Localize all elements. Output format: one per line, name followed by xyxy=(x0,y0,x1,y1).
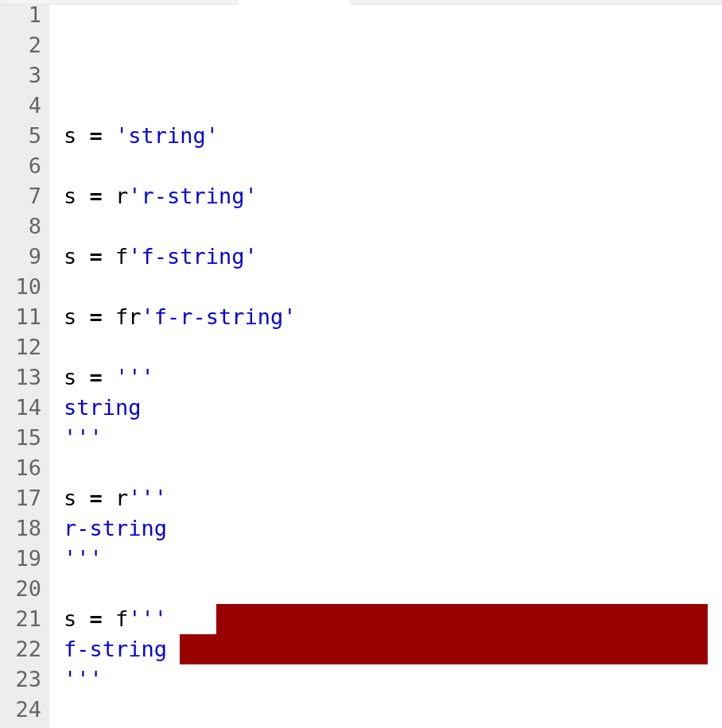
line-number: 22 xyxy=(5,634,41,664)
token-var xyxy=(103,365,115,389)
code-line[interactable]: ''' xyxy=(64,544,722,574)
token-str: ''' xyxy=(128,606,167,631)
token-prefix: r xyxy=(103,486,129,510)
code-line[interactable]: string xyxy=(64,393,722,423)
line-number: 18 xyxy=(5,513,41,544)
line-number: 13 xyxy=(5,362,41,393)
line-number-gutter: 123456789101112131415161718192021222324 xyxy=(0,0,49,728)
code-line[interactable] xyxy=(64,211,722,242)
token-var xyxy=(103,123,115,148)
line-number: 24 xyxy=(5,695,41,725)
token-prefix: fr xyxy=(103,304,142,329)
token-str: 'f-r-string' xyxy=(142,304,297,329)
token-var: s xyxy=(64,606,90,631)
code-line[interactable]: s = fr''' xyxy=(64,725,722,728)
token-str: ''' xyxy=(64,667,103,691)
token-var: s xyxy=(64,184,90,208)
token-var: s xyxy=(64,244,90,269)
token-str: ''' xyxy=(128,486,167,510)
line-number: 11 xyxy=(5,302,41,332)
token-op: = xyxy=(90,244,103,269)
code-line[interactable]: s = 'string' xyxy=(64,121,722,151)
line-number: 23 xyxy=(5,664,41,695)
token-str: string xyxy=(64,395,142,420)
line-number: 4 xyxy=(5,91,41,121)
code-line[interactable] xyxy=(64,453,722,483)
token-var: s xyxy=(64,304,90,329)
line-number: 12 xyxy=(5,332,41,362)
token-str: ''' xyxy=(115,365,154,389)
code-line[interactable] xyxy=(64,272,722,302)
code-line[interactable] xyxy=(64,332,722,362)
code-line[interactable]: s = fr'f-r-string' xyxy=(64,302,722,332)
token-prefix: f xyxy=(103,606,129,631)
line-number: 8 xyxy=(5,211,41,242)
code-line[interactable]: s = f'f-string' xyxy=(64,242,722,272)
line-number: 15 xyxy=(5,423,41,453)
token-prefix: r xyxy=(103,184,129,208)
line-number: 21 xyxy=(5,604,41,634)
line-number: 16 xyxy=(5,453,41,483)
token-str: 'f-string' xyxy=(128,244,258,269)
code-line[interactable] xyxy=(64,574,722,604)
token-op: = xyxy=(90,123,103,148)
token-str: 'string' xyxy=(115,123,219,148)
token-var: s xyxy=(64,486,90,510)
code-line[interactable] xyxy=(64,695,722,725)
token-str: r-string xyxy=(64,516,167,540)
code-line[interactable] xyxy=(64,151,722,181)
token-op: = xyxy=(90,304,103,329)
code-line[interactable]: r-string xyxy=(64,513,722,544)
line-number: 2 xyxy=(5,30,41,60)
code-line[interactable]: ''' xyxy=(64,664,722,695)
line-number: 5 xyxy=(5,121,41,151)
line-number: 19 xyxy=(5,544,41,574)
line-number: 17 xyxy=(5,483,41,513)
code-line[interactable]: s = ''' xyxy=(64,362,722,393)
token-prefix: f xyxy=(103,244,129,269)
line-number: 3 xyxy=(5,60,41,91)
active-tab-notch xyxy=(239,0,350,5)
token-var: s xyxy=(64,123,90,148)
line-number: 9 xyxy=(5,242,41,272)
token-str: ''' xyxy=(64,425,103,450)
code-line[interactable]: s = r'r-string' xyxy=(64,181,722,211)
code-content[interactable]: s = 'string's = r'r-string's = f'f-strin… xyxy=(49,0,722,728)
token-str: 'r-string' xyxy=(128,184,258,208)
code-line[interactable]: s = r''' xyxy=(64,483,722,513)
line-number: 7 xyxy=(5,181,41,211)
token-var: s xyxy=(64,365,90,389)
token-op: = xyxy=(90,606,103,631)
token-op: = xyxy=(90,486,103,510)
token-str: ''' xyxy=(64,546,103,571)
line-number: 6 xyxy=(5,151,41,181)
tab-strip-shadow xyxy=(0,0,722,5)
token-str: f-string xyxy=(64,637,167,661)
code-editor[interactable]: 123456789101112131415161718192021222324 … xyxy=(0,0,722,728)
line-number: 14 xyxy=(5,393,41,423)
line-number: 10 xyxy=(5,272,41,302)
code-line[interactable]: f-string xyxy=(64,634,722,664)
token-op: = xyxy=(90,184,103,208)
line-number: 20 xyxy=(5,574,41,604)
code-line[interactable]: ''' xyxy=(64,423,722,453)
code-line[interactable]: s = f''' xyxy=(64,604,722,634)
token-op: = xyxy=(90,365,103,389)
